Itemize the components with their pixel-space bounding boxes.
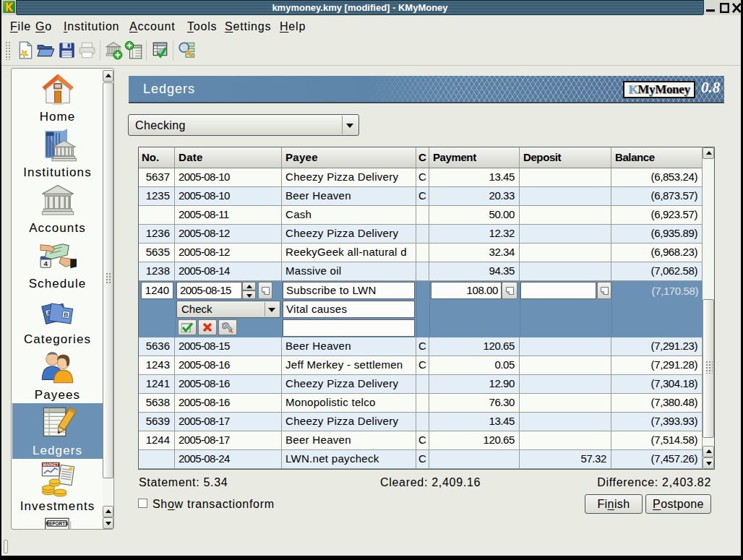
svg-text:MARKET: MARKET [43,462,59,467]
svg-text:REPORTS: REPORTS [46,521,69,526]
svg-text:4: 4 [43,259,48,267]
